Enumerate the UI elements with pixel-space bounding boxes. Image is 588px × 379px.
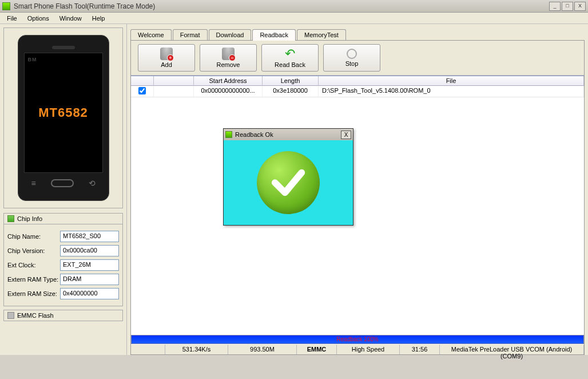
add-button[interactable]: + Add [138, 44, 195, 72]
table-row[interactable]: 0x000000000000... 0x3e180000 D:\SP_Flash… [131, 86, 584, 97]
dialog-title: Readback Ok [235, 131, 341, 138]
col-checkbox[interactable] [131, 76, 154, 86]
title-bar: Smart Phone Flash Tool(Runtime Trace Mod… [0, 0, 588, 13]
phone-chip-label: MT6582 [38, 105, 88, 120]
window-title: Smart Phone Flash Tool(Runtime Trace Mod… [14, 2, 549, 10]
phone-preview: BM MT6582 ≡ ⟲ [3, 27, 123, 208]
col-start-address[interactable]: Start Address [194, 76, 263, 86]
tab-content: + Add − Remove ↶ Read Back Stop [130, 40, 585, 355]
chip-version-label: Chip Version: [7, 247, 60, 254]
status-device: MediaTek PreLoader USB VCOM (Android) (C… [440, 345, 584, 354]
success-check-icon [257, 151, 320, 214]
chip-name-value[interactable]: MT6582_S00 [60, 231, 119, 242]
database-add-icon: + [160, 48, 173, 60]
status-storage: EMMC [297, 345, 337, 354]
tab-memorytest[interactable]: MemoryTest [297, 29, 346, 40]
chip-icon [7, 215, 14, 222]
chip-info-header[interactable]: Chip Info [3, 213, 123, 224]
chip-name-label: Chip Name: [7, 233, 60, 240]
status-bar: 531.34K/s 993.50M EMMC High Speed 31:56 … [131, 344, 584, 354]
maximize-button[interactable]: □ [562, 2, 573, 11]
emmc-icon [7, 312, 14, 319]
readback-ok-dialog: Readback Ok X [223, 128, 353, 226]
row-checkbox[interactable] [138, 87, 146, 94]
row-length: 0x3e180000 [263, 86, 319, 97]
tab-readback[interactable]: Readback [252, 29, 296, 41]
row-start-address: 0x000000000000... [194, 86, 263, 97]
chip-info-title: Chip Info [17, 215, 42, 222]
ext-clock-value[interactable]: EXT_26M [60, 259, 119, 271]
emmc-flash-title: EMMC Flash [17, 312, 54, 319]
readback-table: Start Address Length File 0x000000000000… [131, 76, 584, 97]
dialog-icon [225, 131, 232, 138]
menu-bar: File Options Window Help [0, 13, 588, 24]
menu-key-icon: ≡ [31, 179, 35, 188]
table-body-area [131, 97, 584, 335]
tab-download[interactable]: Download [209, 29, 252, 40]
minimize-button[interactable]: _ [549, 2, 561, 11]
app-icon [2, 2, 10, 10]
close-button[interactable]: X [574, 2, 586, 11]
progress-text: Readback 100% [336, 336, 378, 342]
tab-format[interactable]: Format [173, 29, 208, 40]
sidebar: BM MT6582 ≡ ⟲ Chip Info Chip Name: MT658… [0, 24, 127, 355]
status-size: 993.50M [228, 345, 297, 354]
col-length[interactable]: Length [263, 76, 319, 86]
toolbar: + Add − Remove ↶ Read Back Stop [131, 41, 584, 76]
status-time: 31:56 [400, 345, 440, 354]
ram-type-label: Extern RAM Type: [7, 276, 60, 283]
menu-help[interactable]: Help [88, 14, 110, 23]
emmc-flash-header[interactable]: EMMC Flash [3, 310, 123, 321]
menu-file[interactable]: File [2, 14, 22, 23]
tab-bar: Welcome Format Download Readback MemoryT… [130, 27, 585, 40]
remove-button[interactable]: − Remove [200, 44, 257, 72]
dialog-body [224, 140, 353, 225]
ram-size-value[interactable]: 0x40000000 [60, 288, 119, 299]
phone-bm-label: BM [28, 57, 37, 62]
readback-button[interactable]: ↶ Read Back [261, 44, 319, 72]
ram-size-label: Extern RAM Size: [7, 290, 60, 297]
dialog-close-button[interactable]: X [341, 131, 351, 139]
stop-icon [347, 49, 357, 59]
home-key-icon [51, 179, 74, 187]
back-key-icon: ⟲ [89, 179, 96, 188]
col-name[interactable] [154, 76, 194, 86]
col-file[interactable]: File [319, 76, 584, 86]
status-speed: 531.34K/s [165, 345, 228, 354]
progress-bar: Readback 100% [131, 335, 584, 344]
ram-type-value[interactable]: DRAM [60, 274, 119, 285]
database-remove-icon: − [222, 48, 235, 60]
chip-info-body: Chip Name: MT6582_S00 Chip Version: 0x00… [3, 224, 123, 306]
stop-button[interactable]: Stop [323, 44, 380, 72]
tab-welcome[interactable]: Welcome [130, 29, 172, 40]
arrow-back-icon: ↶ [284, 48, 296, 60]
status-mode: High Speed [337, 345, 400, 354]
ext-clock-label: Ext Clock: [7, 262, 60, 269]
row-file: D:\SP_Flash_Tool_v5.1408.00\ROM_0 [319, 86, 584, 97]
menu-window[interactable]: Window [55, 14, 86, 23]
chip-version-value[interactable]: 0x0000ca00 [60, 245, 119, 256]
menu-options[interactable]: Options [23, 14, 54, 23]
